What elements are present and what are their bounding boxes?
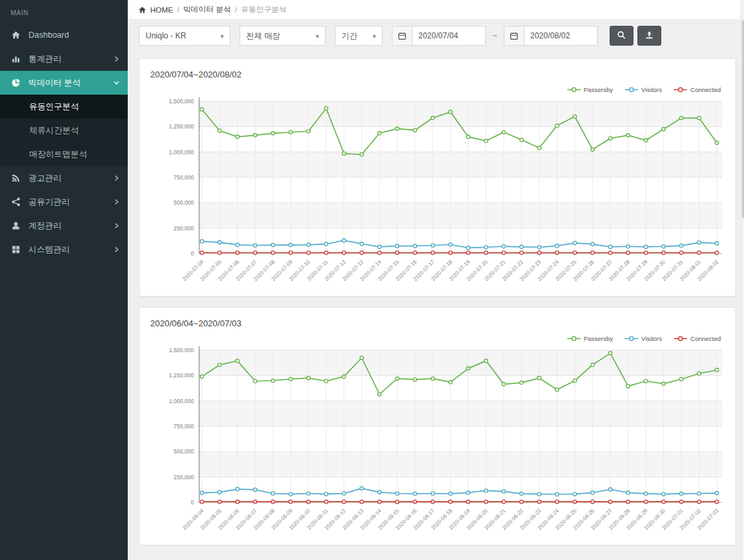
line-chart: 0250,000500,000750,0001,000,0001,250,000… (150, 95, 725, 292)
breadcrumb: HOME / 빅데이터 분석 / 유동인구분석 (128, 0, 744, 20)
legend-marker (674, 87, 687, 93)
chevron-down-icon (112, 79, 120, 86)
y-axis-tick-label: 1,500,000 (169, 98, 194, 105)
sidebar-item-label: 공유기관리 (28, 197, 112, 208)
filter-bar: Uniqlo - KR ▾ 전체 매장 ▾ 기간 ▾ ~ (128, 20, 744, 50)
y-axis-tick-label: 250,000 (173, 474, 194, 481)
search-icon (617, 30, 626, 42)
y-axis-tick-label: 500,000 (173, 199, 194, 206)
y-axis-tick-label: 250,000 (173, 225, 194, 232)
user-icon (11, 220, 21, 231)
date-to-input[interactable] (524, 26, 598, 46)
legend-marker (625, 87, 638, 93)
breadcrumb-separator: / (235, 6, 237, 14)
action-buttons (610, 26, 661, 46)
sidebar-subitem[interactable]: 체류시간분석 (0, 118, 128, 142)
period-select[interactable]: 기간 ▾ (335, 26, 383, 46)
period-select-value: 기간 (342, 30, 357, 42)
y-axis-tick-label: 0 (191, 499, 194, 506)
sidebar-item[interactable]: 시스템관리 (0, 238, 128, 261)
line-chart: 0250,000500,000750,0001,000,0001,250,000… (150, 344, 725, 541)
share-icon (11, 197, 21, 207)
sidebar-section-label: MAIN (0, 0, 128, 23)
chevron-right-icon (112, 175, 120, 181)
legend-marker (674, 336, 687, 342)
legend-item-connected[interactable]: Connected (674, 86, 721, 93)
date-from-group (392, 26, 486, 46)
chart-legend: PassersbyVisitorsConnected (150, 335, 721, 342)
caret-down-icon: ▾ (220, 32, 224, 40)
home-icon (11, 30, 21, 40)
sidebar-item-label: 통계관리 (28, 54, 112, 65)
sidebar: MAIN Dashboard통계관리빅데이터 분석유동인구분석체류시간분석매장히… (0, 0, 128, 560)
home-icon (138, 6, 146, 14)
calendar-icon[interactable] (392, 26, 412, 46)
sidebar-item[interactable]: 계정관리 (0, 214, 128, 238)
legend-item-visitors[interactable]: Visitors (625, 335, 662, 342)
scrollbar[interactable] (741, 0, 744, 560)
pie-chart-icon (11, 77, 21, 88)
breadcrumb-home[interactable]: HOME (150, 6, 173, 14)
legend-marker (567, 336, 581, 342)
breadcrumb-segment[interactable]: 빅데이터 분석 (183, 5, 231, 15)
sidebar-subitem[interactable]: 유동인구분석 (0, 95, 128, 118)
brand-select-value: Uniqlo - KR (146, 31, 186, 40)
legend-label: Visitors (641, 86, 662, 93)
chart-title: 2020/07/04~2020/08/02 (150, 70, 725, 79)
legend-marker (567, 87, 581, 93)
legend-marker (625, 336, 638, 342)
sidebar-item-label: 빅데이터 분석 (28, 77, 112, 89)
rss-icon (11, 173, 21, 183)
legend-label: Connected (690, 86, 721, 93)
app-window: MAIN Dashboard통계관리빅데이터 분석유동인구분석체류시간분석매장히… (0, 0, 744, 560)
store-select[interactable]: 전체 매장 ▾ (240, 26, 326, 46)
y-axis-tick-label: 1,000,000 (169, 398, 194, 404)
sidebar-item-label: 시스템관리 (28, 244, 112, 256)
store-select-value: 전체 매장 (246, 30, 280, 42)
legend-item-visitors[interactable]: Visitors (625, 86, 662, 93)
y-axis-tick-label: 1,250,000 (169, 123, 194, 130)
sidebar-item[interactable]: Dashboard (0, 23, 128, 47)
search-button[interactable] (610, 26, 633, 46)
sidebar-item-label: 계정관리 (28, 220, 112, 232)
sidebar-item[interactable]: 빅데이터 분석 (0, 71, 128, 95)
y-axis-tick-label: 750,000 (173, 423, 194, 430)
y-axis-tick-label: 1,500,000 (169, 347, 194, 353)
sidebar-item[interactable]: 공유기관리 (0, 190, 128, 214)
calendar-icon[interactable] (504, 26, 524, 46)
sidebar-item-label: 광고관리 (28, 173, 112, 184)
bar-chart-icon (11, 54, 21, 64)
chart-title: 2020/06/04~2020/07/03 (150, 318, 725, 328)
caret-down-icon: ▾ (373, 32, 376, 40)
legend-item-connected[interactable]: Connected (674, 335, 721, 342)
breadcrumb-separator: / (177, 6, 179, 14)
sidebar-subitem[interactable]: 매장히트맵분석 (0, 142, 128, 166)
y-axis-tick-label: 1,250,000 (169, 372, 194, 379)
y-axis-tick-label: 0 (191, 250, 194, 257)
breadcrumb-current: 유동인구분석 (241, 5, 287, 15)
content: 2020/07/04~2020/08/02 PassersbyVisitorsC… (128, 50, 744, 560)
upload-icon (645, 30, 654, 42)
sidebar-menu: Dashboard통계관리빅데이터 분석유동인구분석체류시간분석매장히트맵분석광… (0, 23, 128, 261)
caret-down-icon: ▾ (316, 32, 319, 40)
main-area: HOME / 빅데이터 분석 / 유동인구분석 Uniqlo - KR ▾ 전체… (128, 0, 744, 560)
sidebar-submenu: 유동인구분석체류시간분석매장히트맵분석 (0, 95, 128, 166)
y-axis-tick-label: 1,000,000 (169, 149, 194, 156)
legend-item-passersby[interactable]: Passersby (567, 335, 613, 342)
y-axis-tick-label: 750,000 (173, 174, 194, 181)
chart-card-previous-period: 2020/06/04~2020/07/03 PassersbyVisitorsC… (139, 307, 736, 545)
sidebar-item[interactable]: 통계관리 (0, 47, 128, 71)
brand-select[interactable]: Uniqlo - KR ▾ (139, 26, 230, 46)
y-axis-tick-label: 500,000 (173, 448, 194, 455)
date-to-group (504, 26, 598, 46)
chevron-right-icon (112, 56, 120, 62)
date-from-input[interactable] (412, 26, 486, 46)
legend-item-passersby[interactable]: Passersby (567, 86, 613, 93)
chart-legend: PassersbyVisitorsConnected (150, 86, 721, 93)
export-button[interactable] (637, 26, 661, 46)
chevron-right-icon (112, 246, 120, 253)
legend-label: Visitors (641, 335, 662, 342)
sidebar-item-label: Dashboard (28, 30, 120, 40)
sidebar-item[interactable]: 광고관리 (0, 166, 128, 190)
chart-card-current-period: 2020/07/04~2020/08/02 PassersbyVisitorsC… (139, 58, 736, 297)
